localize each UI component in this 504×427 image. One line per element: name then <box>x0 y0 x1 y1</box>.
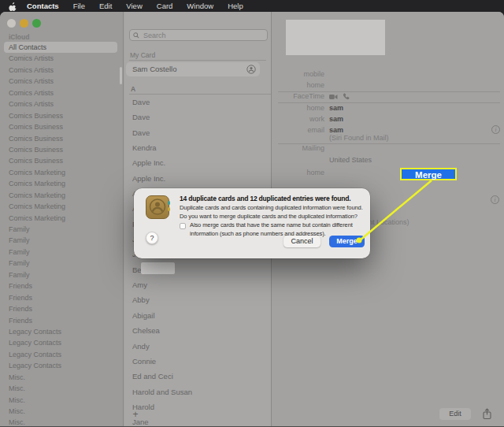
cancel-button[interactable]: Cancel <box>284 236 321 247</box>
sidebar-item[interactable]: Comics Business <box>0 133 123 144</box>
menu-item[interactable]: Edit <box>92 2 119 10</box>
share-icon[interactable] <box>482 408 493 421</box>
menu-bar: Contacts FileEditViewCardWindowHelp <box>0 0 504 12</box>
search-icon <box>133 32 139 39</box>
sidebar-item[interactable]: Comics Artists <box>0 65 123 76</box>
icon-tab-yellow <box>168 207 170 211</box>
contact-row[interactable]: Dave <box>124 125 271 140</box>
contact-row[interactable]: Abby <box>124 292 271 307</box>
merge-button[interactable]: Merge <box>329 236 365 247</box>
siri-found-note: (Siri Found in Mail) <box>329 134 389 142</box>
sidebar-item[interactable]: Family <box>0 224 123 235</box>
sidebar-item[interactable]: Family <box>0 247 123 258</box>
dialog-body-line1: Duplicate cards and cards containing dup… <box>180 204 369 213</box>
checkbox[interactable] <box>180 223 186 229</box>
sidebar-item[interactable]: Misc. <box>0 395 123 406</box>
field-value: United States <box>329 156 372 164</box>
contact-row[interactable]: Apple Inc. <box>124 155 271 170</box>
contacts-app-icon <box>146 195 169 219</box>
sidebar-item[interactable]: Misc. <box>0 406 123 417</box>
field-label: work <box>272 115 324 123</box>
sidebar-item[interactable]: Comics Marketing <box>0 167 123 178</box>
apple-icon[interactable] <box>9 2 17 11</box>
sidebar-item[interactable]: Family <box>0 235 123 246</box>
sidebar-item[interactable]: Legacy Contacts <box>0 337 123 348</box>
sidebar-item[interactable]: Comics Artists <box>0 53 123 64</box>
sidebar-item[interactable]: Friends <box>0 280 123 291</box>
my-card-row[interactable]: Sam Costello <box>126 62 260 76</box>
minimize-button[interactable] <box>20 19 28 28</box>
contact-row[interactable]: Apple Inc. <box>124 171 271 186</box>
menu-item[interactable]: Help <box>220 2 250 10</box>
contact-row[interactable]: Dave <box>124 110 271 124</box>
field-label: home <box>272 104 324 112</box>
sidebar-item[interactable]: Legacy Contacts <box>0 360 123 371</box>
contact-row[interactable]: Ed and Ceci <box>124 369 271 384</box>
search-input[interactable] <box>142 31 264 40</box>
group-list: All Contacts Comics ArtistsComics Artist… <box>0 42 123 427</box>
field-value: sam <box>329 115 343 123</box>
info-icon[interactable]: i <box>491 125 500 134</box>
search-field[interactable] <box>129 29 268 41</box>
phone-icon[interactable] <box>343 93 350 100</box>
sidebar-item[interactable]: Family <box>0 269 123 280</box>
contact-row[interactable]: Andy <box>124 339 271 354</box>
help-button[interactable]: ? <box>146 232 158 244</box>
sidebar-item[interactable]: Comics Artists <box>0 98 123 110</box>
sidebar-item[interactable]: Friends <box>0 292 123 303</box>
contact-row[interactable]: Harold and Susan <box>124 384 271 399</box>
sidebar-item[interactable]: Friends <box>0 303 123 314</box>
sidebar-item[interactable]: Comics Artists <box>0 87 123 98</box>
merge-duplicates-dialog: 14 duplicate cards and 12 duplicated ent… <box>134 188 370 258</box>
contact-row[interactable]: Kendra <box>124 140 271 155</box>
contact-row[interactable]: Connie <box>124 354 271 369</box>
menu-item[interactable]: View <box>119 2 149 10</box>
sidebar-item[interactable]: Comics Business <box>0 155 123 166</box>
sidebar-item[interactable]: Comics Marketing <box>0 190 123 201</box>
field-row-home-phone: home <box>272 81 504 91</box>
sidebar-item[interactable]: Comics Business <box>0 110 123 121</box>
sidebar-item[interactable]: Friends <box>0 315 123 326</box>
field-label: email <box>272 126 324 134</box>
sidebar-item[interactable]: Misc. <box>0 417 123 427</box>
contact-row[interactable]: Amy <box>124 277 271 292</box>
edit-button[interactable]: Edit <box>439 408 471 420</box>
close-button[interactable] <box>7 19 16 28</box>
sidebar-scrollbar[interactable] <box>120 67 122 84</box>
sidebar-item[interactable]: Family <box>0 258 123 269</box>
section-letter: A <box>131 85 135 93</box>
contact-row[interactable]: Dave <box>124 95 271 110</box>
sidebar-items: Comics ArtistsComics ArtistsComics Artis… <box>0 53 123 427</box>
sidebar-item[interactable]: Misc. <box>0 383 123 394</box>
sidebar-item[interactable]: Comics Marketing <box>0 213 123 224</box>
field-row-email-note: (Siri Found in Mail) <box>272 134 504 143</box>
sidebar-item[interactable]: Comics Business <box>0 144 123 155</box>
field-row-mailing: Mailing <box>272 144 504 154</box>
field-row-country: United States <box>272 156 504 165</box>
sidebar-item[interactable]: Misc. <box>0 372 123 383</box>
menu-app-name[interactable]: Contacts <box>20 2 66 10</box>
sidebar-item[interactable]: Comics Business <box>0 121 123 132</box>
menu-item[interactable]: Card <box>150 2 180 10</box>
add-contact-button[interactable]: + <box>129 410 142 421</box>
contacts-app-screen: Contacts FileEditViewCardWindowHelp iClo… <box>0 0 504 427</box>
contact-row[interactable]: Chelsea <box>124 323 271 338</box>
sidebar-item[interactable]: Comics Artists <box>0 76 123 87</box>
info-icon[interactable]: i <box>491 195 499 204</box>
field-row-work-email: work sam <box>272 115 504 124</box>
icon-tab-teal <box>168 201 170 205</box>
my-card-name: Sam Costello <box>132 65 177 73</box>
zoom-button[interactable] <box>32 19 41 28</box>
sidebar-item[interactable]: Comics Marketing <box>0 201 123 212</box>
menu-item[interactable]: File <box>66 2 92 10</box>
contact-row[interactable]: Jane <box>124 414 271 427</box>
contact-row[interactable]: Harold <box>124 399 271 414</box>
video-icon[interactable] <box>329 94 338 100</box>
sidebar-item[interactable]: Legacy Contacts <box>0 326 123 337</box>
menu-item[interactable]: Window <box>180 2 220 10</box>
sidebar-item[interactable]: Legacy Contacts <box>0 349 123 360</box>
sidebar-item-all-contacts[interactable]: All Contacts <box>4 42 117 53</box>
sidebar-item[interactable]: Comics Marketing <box>0 178 123 189</box>
contact-row[interactable]: Abigail <box>124 308 271 323</box>
field-row-facetime: FaceTime <box>272 92 504 102</box>
